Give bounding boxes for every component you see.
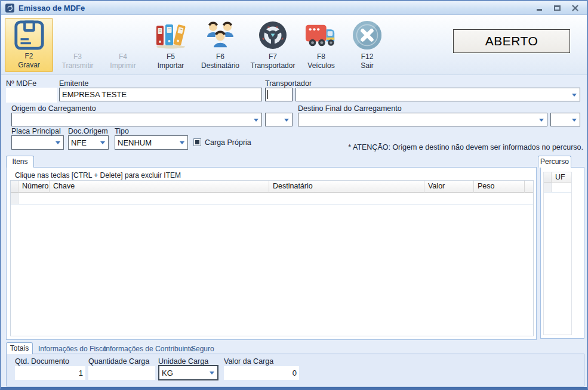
app-window: Emissao de MDFe F2 Gravar — [0, 0, 588, 390]
veiculos-button[interactable]: F8 Veículos — [301, 18, 341, 72]
exit-close-circle-icon — [352, 20, 383, 51]
placa-select[interactable] — [11, 135, 64, 150]
status-badge: ABERTO — [453, 29, 570, 53]
column-header-numero[interactable]: Número — [19, 181, 50, 193]
itens-hint: Clique nas teclas [CTRL + Delete] para e… — [15, 171, 181, 179]
transportador-select[interactable] — [295, 88, 580, 101]
row-selector-cell[interactable] — [544, 182, 552, 192]
transmitir-label: Transmitir — [62, 61, 94, 70]
column-header-filler — [525, 181, 533, 193]
valor-carga-field[interactable] — [224, 366, 299, 380]
tipo-label: Tipo — [115, 127, 129, 135]
veiculos-key: F8 — [317, 52, 325, 61]
close-icon — [572, 5, 578, 11]
tab-percurso[interactable]: Percurso — [538, 156, 571, 168]
app-icon — [5, 4, 14, 13]
chevron-down-icon — [572, 119, 577, 122]
quantidade-carga-field[interactable] — [88, 366, 155, 380]
qtd-documento-label: Qtd. Documento — [15, 357, 69, 366]
percurso-panel: UF — [540, 167, 584, 339]
column-header-destinatario[interactable]: Destinatário — [269, 181, 424, 193]
importar-button[interactable]: F5 Importar — [148, 18, 193, 72]
maximize-icon — [554, 5, 561, 11]
destino-uf-select[interactable] — [550, 113, 580, 126]
totais-panel: Qtd. Documento Quantidade Carga Unidade … — [6, 354, 584, 386]
floppy-save-icon — [13, 18, 46, 52]
placa-label: Placa Principal — [11, 127, 61, 135]
text-cursor — [267, 90, 268, 99]
chevron-down-icon — [210, 372, 214, 374]
imprimir-key: F4 — [119, 52, 127, 61]
transmitir-key: F3 — [73, 52, 82, 61]
tab-itens[interactable]: Itens — [6, 156, 34, 168]
checkbox-check-icon — [195, 140, 199, 144]
chevron-down-icon — [572, 94, 577, 97]
tab-seguro[interactable]: Seguro — [191, 345, 214, 353]
unidade-carga-value: KG — [162, 369, 173, 377]
chevron-down-icon — [284, 119, 289, 122]
importar-key: F5 — [167, 52, 175, 61]
sair-label: Sair — [361, 61, 373, 70]
chevron-down-icon — [56, 141, 60, 144]
origem-uf-select[interactable] — [265, 113, 293, 126]
valor-carga-label: Valor da Carga — [224, 357, 273, 366]
tab-informacoes-fisco[interactable]: Informações do Fisco — [38, 345, 107, 353]
window-titlebar: Emissao de MDFe — [1, 1, 587, 15]
truck-icon — [305, 22, 337, 48]
itens-grid-header: Número Chave Destinatário Valor Peso — [11, 181, 533, 193]
gravar-button[interactable]: F2 Gravar — [5, 18, 53, 72]
quantidade-carga-label: Quantidade Carga — [88, 357, 149, 366]
column-header-valor[interactable]: Valor — [424, 181, 474, 193]
destinatario-key: F6 — [216, 52, 224, 61]
emitente-field[interactable] — [59, 88, 262, 101]
qtd-documento-field[interactable] — [15, 366, 85, 380]
sair-button[interactable]: F12 Sair — [347, 18, 387, 72]
mdfe-number-field[interactable] — [6, 88, 57, 103]
table-row[interactable] — [11, 193, 533, 205]
column-header-uf[interactable]: UF — [552, 172, 571, 182]
percurso-grid: UF — [543, 172, 572, 335]
table-row[interactable] — [544, 182, 571, 193]
row-selector-header — [544, 172, 552, 182]
steering-wheel-icon — [257, 19, 289, 51]
minimize-icon — [537, 9, 542, 11]
row-selector-header — [11, 181, 19, 193]
carga-propria-checkbox[interactable] — [193, 138, 201, 146]
gravar-key: F2 — [24, 52, 33, 61]
destino-label: Destino Final do Carregamento — [298, 104, 402, 113]
minimize-button[interactable] — [535, 4, 543, 12]
gravar-label: Gravar — [18, 61, 40, 70]
people-group-icon — [204, 20, 237, 51]
tipo-select[interactable]: NENHUM — [115, 135, 188, 150]
chevron-down-icon — [254, 119, 258, 122]
maximize-button[interactable] — [553, 4, 561, 12]
sair-key: F12 — [361, 52, 374, 61]
close-button[interactable] — [571, 4, 579, 12]
destino-select[interactable] — [298, 113, 547, 126]
column-header-peso[interactable]: Peso — [474, 181, 525, 193]
doc-origem-label: Doc.Origem — [68, 127, 108, 135]
itens-grid: Número Chave Destinatário Valor Peso — [10, 180, 534, 336]
unidade-carga-select[interactable]: KG — [158, 365, 218, 380]
carga-propria-label: Carga Própria — [205, 138, 251, 147]
binders-import-icon — [155, 21, 187, 49]
destinatario-button[interactable]: F6 Destinatário — [197, 18, 244, 72]
origem-select[interactable] — [11, 113, 262, 126]
percurso-grid-header: UF — [544, 172, 571, 182]
doc-origem-select[interactable]: NFE — [68, 135, 109, 150]
tab-informacoes-contribuinte[interactable]: Informações de Contribuinte — [104, 345, 194, 353]
origem-label: Origem do Carregamento — [11, 104, 96, 113]
window-title: Emissao de MDFe — [19, 4, 85, 13]
transportador-label: Transportador — [251, 61, 295, 70]
transmitir-button: F3 Transmitir — [56, 18, 99, 72]
emitente-label: Emitente — [59, 79, 88, 88]
transportador-code-field[interactable] — [265, 88, 293, 101]
tab-totais[interactable]: Totais — [6, 342, 33, 354]
column-header-chave[interactable]: Chave — [50, 181, 269, 193]
row-selector-cell[interactable] — [11, 193, 19, 204]
itens-panel: Clique nas teclas [CTRL + Delete] para e… — [6, 167, 537, 340]
warning-text: * ATENÇÃO: Origem e destino não devem se… — [300, 143, 583, 151]
chevron-down-icon — [539, 119, 544, 122]
transportador-label: Transportador — [265, 79, 312, 88]
transportador-button[interactable]: F7 Transportador — [247, 18, 298, 72]
